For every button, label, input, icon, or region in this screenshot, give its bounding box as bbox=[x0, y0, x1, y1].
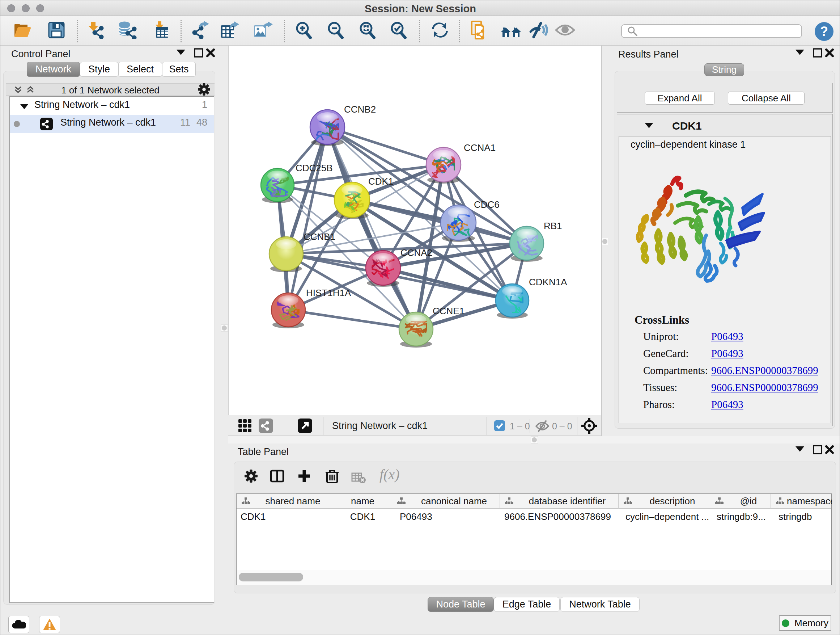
svg-text:CCNE1: CCNE1 bbox=[433, 306, 464, 317]
svg-text:CDC6: CDC6 bbox=[474, 199, 500, 210]
svg-text:CCNB2: CCNB2 bbox=[344, 104, 376, 115]
svg-text:CDK1: CDK1 bbox=[368, 176, 393, 187]
svg-text:CDC25B: CDC25B bbox=[295, 163, 333, 173]
svg-text:CCNA1: CCNA1 bbox=[464, 142, 496, 153]
svg-text:CDKN1A: CDKN1A bbox=[529, 277, 567, 287]
svg-text:CCNA2: CCNA2 bbox=[401, 247, 432, 258]
svg-text:HIST1H1A: HIST1H1A bbox=[306, 287, 351, 298]
svg-text:CCNB1: CCNB1 bbox=[303, 231, 335, 242]
svg-text:RB1: RB1 bbox=[544, 220, 562, 231]
